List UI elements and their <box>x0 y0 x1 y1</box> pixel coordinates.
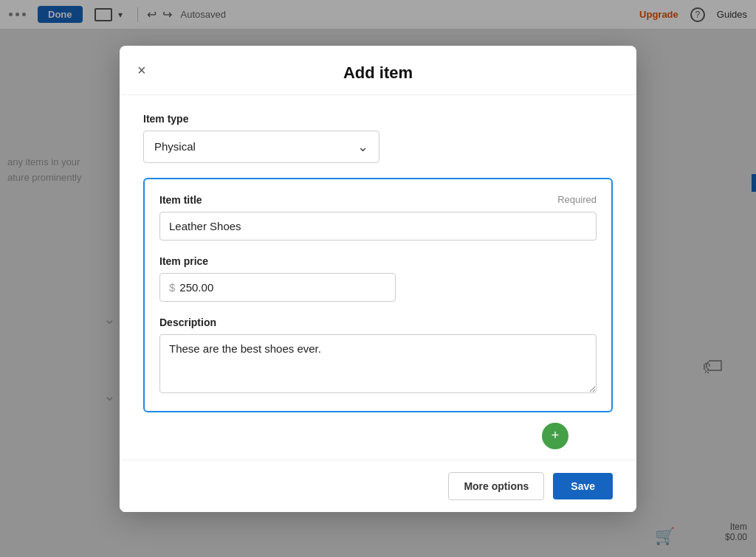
modal-body[interactable]: Item type Physical ⌄ Item title Required <box>120 95 636 460</box>
close-button[interactable]: × <box>137 63 146 77</box>
modal-header: × Add item <box>120 46 636 95</box>
save-button[interactable]: Save <box>553 473 613 499</box>
modal-title: Add item <box>343 63 413 83</box>
required-label: Required <box>557 194 597 205</box>
modal-overlay: × Add item Item type Physical ⌄ Item tit… <box>0 0 756 557</box>
modal-footer: More options Save <box>120 460 636 512</box>
green-circle-button[interactable]: + <box>542 423 568 449</box>
item-type-label: Item type <box>143 113 613 125</box>
green-circle-container: + <box>143 427 613 442</box>
item-title-section: Item title Required <box>159 194 597 241</box>
item-type-section: Item type Physical ⌄ <box>143 113 613 163</box>
plus-icon: + <box>551 428 560 443</box>
chevron-down-icon: ⌄ <box>357 139 368 155</box>
item-title-input[interactable] <box>159 212 597 241</box>
item-type-dropdown[interactable]: Physical ⌄ <box>143 131 379 163</box>
item-price-label: Item price <box>159 255 597 267</box>
item-title-label: Item title <box>159 194 202 206</box>
item-title-row: Item title Required <box>159 194 597 206</box>
highlighted-fields-section: Item title Required Item price $ <box>143 178 613 412</box>
item-type-value: Physical <box>154 140 196 153</box>
currency-symbol: $ <box>169 281 175 294</box>
item-price-section: Item price $ <box>159 255 597 302</box>
item-price-input[interactable] <box>179 274 386 301</box>
add-item-modal: × Add item Item type Physical ⌄ Item tit… <box>120 46 636 512</box>
description-label: Description <box>159 316 597 328</box>
more-options-button[interactable]: More options <box>448 472 544 500</box>
description-section: Description These are the best shoes eve… <box>159 316 597 396</box>
description-textarea[interactable]: These are the best shoes ever. <box>159 334 597 393</box>
price-input-wrapper: $ <box>159 273 396 302</box>
